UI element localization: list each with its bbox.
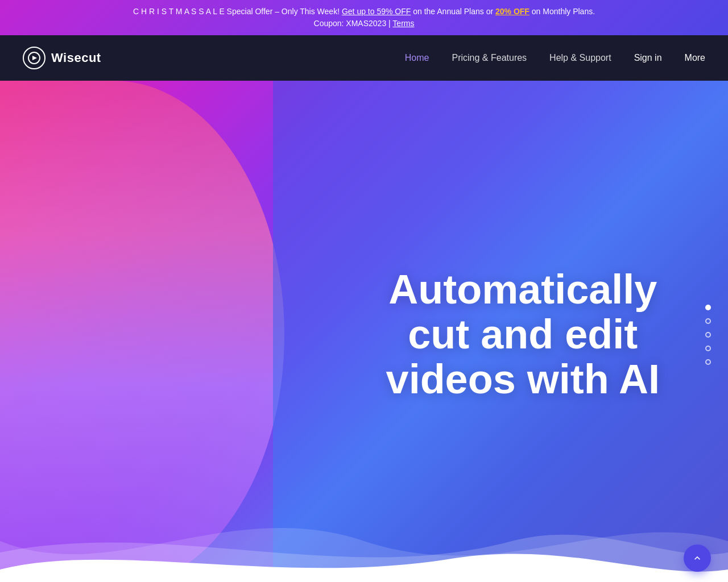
announcement-line1: C H R I S T M A S S A L E Special Offer …: [11, 6, 717, 18]
announcement-line2: Coupon: XMAS2023 | Terms: [11, 18, 717, 30]
scroll-dot-5[interactable]: [705, 359, 711, 365]
nav-links: Home Pricing & Features Help & Support S…: [405, 53, 705, 63]
deal1-link[interactable]: Get up to 59% OFF: [342, 7, 411, 16]
nav-pricing[interactable]: Pricing & Features: [452, 53, 527, 63]
hero-title-line3: videos with AI: [386, 357, 660, 402]
christmas-sale-text: C H R I S T M A S S A L E Special Offer …: [133, 7, 342, 16]
deal2-suffix: on Monthly Plans.: [530, 7, 595, 16]
hero-wave: [0, 496, 728, 582]
deal1-suffix: on the Annual Plans or: [411, 7, 495, 16]
scroll-dot-4[interactable]: [705, 346, 711, 351]
hero-title-line1: Automatically: [388, 267, 657, 312]
deal2-link[interactable]: 20% OFF: [495, 7, 530, 16]
navbar: Wisecut Home Pricing & Features Help & S…: [0, 35, 728, 81]
nav-more[interactable]: More: [685, 53, 705, 63]
hero-content: Automatically cut and edit videos with A…: [386, 267, 660, 402]
coupon-label: Coupon: XMAS2023 |: [314, 19, 393, 28]
logo-icon: [23, 47, 46, 69]
nav-help[interactable]: Help & Support: [549, 53, 611, 63]
scroll-dot-2[interactable]: [705, 318, 711, 324]
hero-title: Automatically cut and edit videos with A…: [386, 267, 660, 402]
back-to-top-button[interactable]: [684, 544, 711, 572]
chevron-up-icon: [692, 552, 703, 564]
scroll-dot-1[interactable]: [705, 305, 711, 310]
announcement-bar: C H R I S T M A S S A L E Special Offer …: [0, 0, 728, 35]
logo-text: Wisecut: [51, 51, 101, 65]
nav-signin[interactable]: Sign in: [634, 53, 662, 63]
nav-home[interactable]: Home: [405, 53, 429, 63]
scroll-dots: [705, 305, 711, 365]
hero-title-line2: cut and edit: [408, 311, 638, 357]
logo-link[interactable]: Wisecut: [23, 47, 101, 69]
scroll-dot-3[interactable]: [705, 332, 711, 338]
hero-section: Automatically cut and edit videos with A…: [0, 81, 728, 582]
terms-link[interactable]: Terms: [392, 19, 414, 28]
logo-svg: [27, 51, 41, 65]
